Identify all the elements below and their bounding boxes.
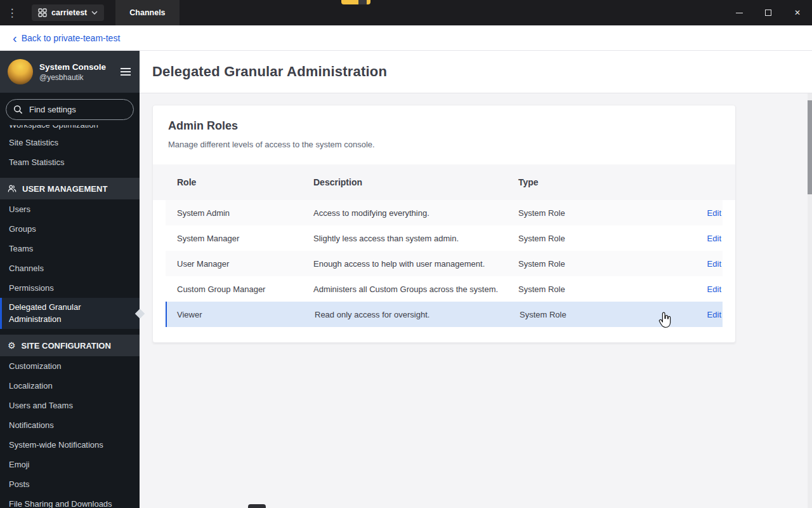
back-link-label: Back to private-team-test [22,33,121,43]
edit-link[interactable]: Edit [707,234,721,243]
maximize-button[interactable] [754,0,783,25]
sidebar-section-user-management[interactable]: USER MANAGEMENT [0,178,140,199]
app-body: System Console @yesbhautik Workspace Opt… [0,51,812,508]
sidebar-item-posts[interactable]: Posts [0,474,140,494]
chevron-down-icon [91,11,98,15]
table-row[interactable]: System ManagerSlightly less access than … [166,225,723,251]
minimize-button[interactable] [724,0,754,25]
avatar[interactable] [8,59,33,84]
cell-type: System Role [518,234,645,243]
sidebar-item-permissions[interactable]: Permissions [0,278,140,298]
cell-description: Slightly less access than system admin. [313,234,518,243]
scrollbar-thumb[interactable] [808,100,812,194]
sidebar-item-label: Customization [9,361,61,371]
sidebar-item-label: Groups [9,224,36,234]
cell-description: Access to modifying everything. [313,208,518,218]
sidebar-item-label: Workspace Optimization [9,125,98,130]
column-header-description: Description [313,177,518,187]
sidebar-item-label: Posts [9,479,30,489]
table-row[interactable]: User ManagerEnough access to help with u… [166,251,723,276]
sidebar-item-groups[interactable]: Groups [0,219,140,239]
sidebar-item-label: Emoji [9,460,30,469]
sidebar-item-label: Site Statistics [9,138,58,147]
cell-role: System Admin [166,208,313,218]
vertical-scrollbar[interactable] [808,93,812,508]
sidebar-item-localization[interactable]: Localization [0,376,140,396]
team-switcher[interactable]: carrietest [32,4,104,21]
sidebar-item-label: File Sharing and Downloads [9,499,112,508]
cell-description: Enough access to help with user manageme… [313,259,518,269]
sidebar-item-file-sharing-and-downloads[interactable]: File Sharing and Downloads [0,494,140,508]
admin-roles-card: Admin Roles Manage different levels of a… [152,105,736,343]
admin-roles-table: Role Description Type System AdminAccess… [153,164,735,327]
cell-role: User Manager [166,259,313,269]
sidebar-item-label: Notifications [9,420,54,430]
table-body: System AdminAccess to modifying everythi… [166,200,723,327]
cell-action: Edit [707,284,723,294]
cell-action: Edit [707,234,723,243]
sidebar-section-label: USER MANAGEMENT [22,184,107,194]
cell-action: Edit [707,259,723,269]
edit-link[interactable]: Edit [707,284,721,294]
sidebar-item-team-statistics[interactable]: Team Statistics [0,152,140,172]
people-icon [8,184,16,193]
edit-link[interactable]: Edit [707,259,721,269]
sidebar-item-emoji[interactable]: Emoji [0,455,140,474]
sidebar-item-label: Users [9,204,30,214]
main-header: Delegated Granular Administration [140,51,812,93]
back-bar: ‹ Back to private-team-test [0,25,812,51]
cell-description: Read only access for oversight. [315,310,520,319]
cell-role: Viewer [167,310,315,319]
cell-description: Administers all Custom Groups across the… [313,284,518,294]
card-header: Admin Roles Manage different levels of a… [153,105,735,164]
sidebar-item-label: Teams [9,244,33,253]
cell-role: Custom Group Manager [166,284,313,294]
minimize-icon [736,13,743,13]
sidebar-item-delegated-granular-administration[interactable]: Delegated Granular Administration [0,298,140,329]
hamburger-menu-icon[interactable] [119,65,132,78]
system-console-sidebar: System Console @yesbhautik Workspace Opt… [0,51,140,508]
sidebar-titles: System Console @yesbhautik [39,62,106,82]
back-link[interactable]: ‹ Back to private-team-test [13,33,120,43]
sidebar-item-channels[interactable]: Channels [0,258,140,278]
screenshare-indicator [341,0,370,4]
sidebar-item-site-statistics[interactable]: Site Statistics [0,133,140,152]
table-row[interactable]: ViewerRead only access for oversight.Sys… [166,302,723,327]
search-pill[interactable] [6,99,134,120]
cell-action: Edit [707,310,723,319]
sidebar-search [0,93,140,125]
sidebar-title: System Console [39,62,106,72]
sidebar-item-label: Users and Teams [9,401,73,410]
table-header-row: Role Description Type [153,164,735,200]
column-header-role: Role [166,177,313,187]
bottom-widget-sliver [248,504,266,508]
cell-type: System Role [518,208,645,218]
column-header-type: Type [518,177,645,187]
main-panel: Delegated Granular Administration Admin … [140,51,812,508]
sidebar-item-customization[interactable]: Customization [0,356,140,376]
cell-type: System Role [518,284,645,294]
sidebar-item-label: Channels [9,264,44,273]
edit-link[interactable]: Edit [707,208,721,218]
content-area: Admin Roles Manage different levels of a… [140,93,812,508]
sidebar-item-label: Delegated Granular Administration [9,301,132,325]
sidebar-item-users[interactable]: Users [0,199,140,219]
gear-icon: ⚙ [8,341,16,350]
close-icon: ✕ [794,8,801,17]
edit-link[interactable]: Edit [707,310,721,319]
search-input[interactable] [28,104,117,115]
sidebar-item-notifications[interactable]: Notifications [0,415,140,435]
cell-action: Edit [707,208,723,218]
channels-tab[interactable]: Channels [115,0,179,25]
kebab-menu-icon[interactable]: ⋮ [0,6,24,20]
sidebar-item-users-and-teams[interactable]: Users and Teams [0,396,140,415]
sidebar-item-teams[interactable]: Teams [0,239,140,258]
close-button[interactable]: ✕ [783,0,812,25]
sidebar-item-workspace-optimization[interactable]: Workspace Optimization [0,125,140,133]
table-row[interactable]: Custom Group ManagerAdministers all Cust… [166,276,723,302]
sidebar-section-label: SITE CONFIGURATION [22,341,111,351]
sidebar-item-label: System-wide Notifications [9,440,103,450]
sidebar-item-system-wide-notifications[interactable]: System-wide Notifications [0,435,140,455]
table-row[interactable]: System AdminAccess to modifying everythi… [166,200,723,225]
sidebar-section-site-configuration[interactable]: ⚙SITE CONFIGURATION [0,335,140,356]
